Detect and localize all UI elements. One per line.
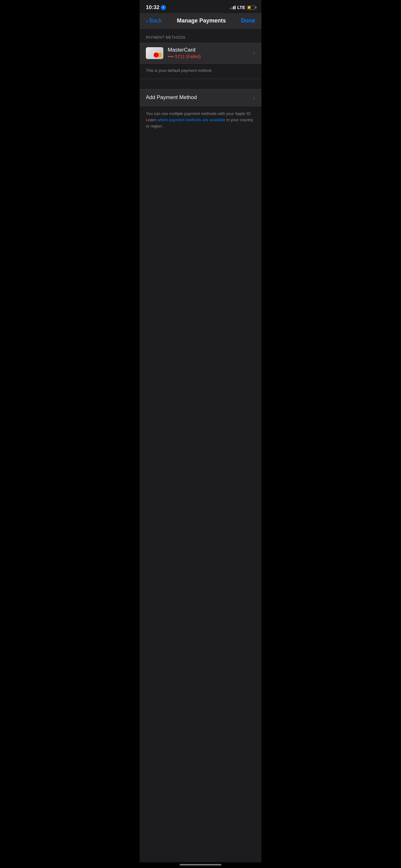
signal-bar-2 xyxy=(231,7,232,9)
main-content: PAYMENT METHODS MasterCard •••• 5711 (Fa… xyxy=(140,29,261,862)
mastercard-row[interactable]: MasterCard •••• 5711 (Failed) › xyxy=(140,42,261,64)
default-note-text: This is your default payment method. xyxy=(146,68,212,73)
section-header: PAYMENT METHODS xyxy=(140,29,261,42)
signal-bar-4 xyxy=(235,6,235,9)
battery xyxy=(247,6,255,10)
nav-title: Manage Payments xyxy=(177,18,226,24)
section-header-label: PAYMENT METHODS xyxy=(146,35,186,40)
back-button[interactable]: ‹ Back xyxy=(146,18,162,24)
status-right: LTE xyxy=(230,5,255,10)
nav-bar: ‹ Back Manage Payments Done xyxy=(140,13,261,29)
info-text: You can use multiple payment methods wit… xyxy=(146,111,255,129)
battery-shell xyxy=(247,6,255,10)
mastercard-logo xyxy=(154,53,162,58)
done-button[interactable]: Done xyxy=(241,18,255,24)
lte-label: LTE xyxy=(237,5,245,10)
row-spacer xyxy=(140,79,261,89)
back-label: Back xyxy=(149,18,162,24)
time-display: 10:32 xyxy=(146,4,159,11)
default-note: This is your default payment method. xyxy=(140,64,261,79)
add-payment-label: Add Payment Method xyxy=(146,94,197,101)
mastercard-image xyxy=(146,47,163,59)
info-section: You can use multiple payment methods wit… xyxy=(140,106,261,134)
chevron-right-icon: › xyxy=(253,50,255,56)
add-payment-chevron-icon: › xyxy=(253,94,255,101)
location-icon xyxy=(161,5,166,10)
card-name: MasterCard xyxy=(168,47,253,53)
status-bar: 10:32 LTE xyxy=(140,0,261,13)
mc-red-circle xyxy=(154,53,159,58)
card-number-failed: •••• 5711 (Failed) xyxy=(168,54,253,59)
card-info: MasterCard •••• 5711 (Failed) xyxy=(168,47,253,59)
signal-bar-1 xyxy=(230,8,231,9)
status-time: 10:32 xyxy=(146,4,166,11)
back-chevron-icon: ‹ xyxy=(146,18,148,24)
info-link[interactable]: which payment methods are available xyxy=(157,118,226,122)
signal-bar-3 xyxy=(233,6,234,9)
add-payment-row[interactable]: Add Payment Method › xyxy=(140,89,261,106)
signal-bars xyxy=(230,6,235,9)
battery-fill xyxy=(248,6,250,9)
